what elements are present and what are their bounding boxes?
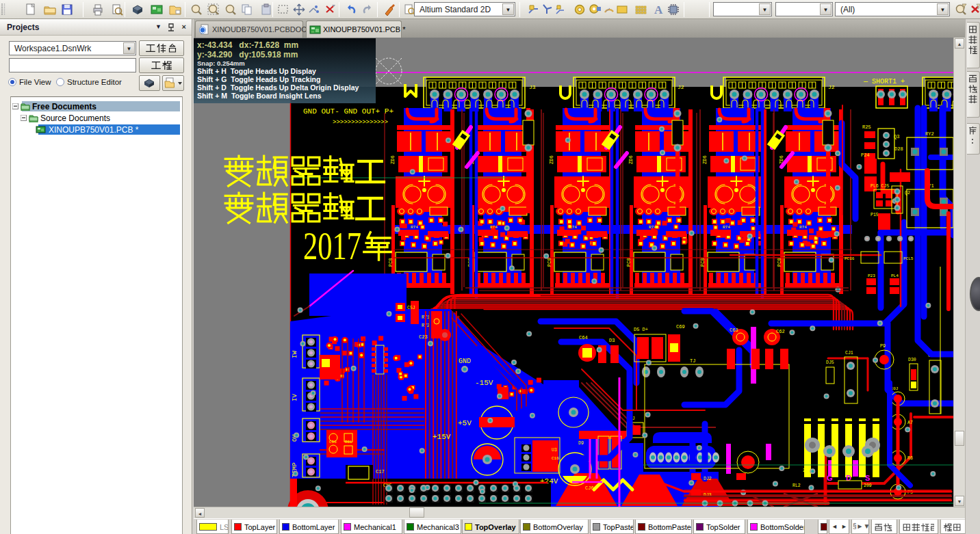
svg-text:IV: IV — [292, 394, 298, 401]
svg-text:C5J: C5J — [407, 306, 415, 310]
svg-text:C56: C56 — [329, 440, 337, 444]
svg-text:C69: C69 — [676, 324, 685, 330]
svg-text:G: G — [827, 474, 833, 482]
svg-text:R6: R6 — [907, 456, 913, 461]
svg-text:RL2: RL2 — [792, 483, 801, 488]
svg-text:PC8: PC8 — [626, 258, 632, 267]
svg-text:D30: D30 — [908, 358, 916, 362]
svg-text:C23: C23 — [419, 334, 428, 340]
svg-text:C16: C16 — [552, 456, 559, 461]
svg-text:PL6 CJ5: PL6 CJ5 — [871, 184, 889, 189]
svg-text:R25: R25 — [862, 124, 871, 130]
svg-text:R74: R74 — [411, 225, 418, 230]
svg-text:P24: P24 — [861, 152, 870, 158]
svg-text:A7: A7 — [907, 420, 913, 425]
svg-text:209: 209 — [864, 483, 872, 488]
svg-text:PC8: PC8 — [700, 258, 706, 267]
svg-text:2017: 2017 — [303, 225, 361, 267]
svg-text:J3: J3 — [529, 84, 536, 90]
svg-text:PCL5: PCL5 — [903, 256, 914, 261]
svg-text:ZD6: ZD6 — [628, 155, 634, 164]
svg-text:ZD6: ZD6 — [390, 155, 396, 164]
svg-text:A: A — [654, 3, 663, 16]
svg-text:+15V: +15V — [433, 433, 451, 441]
svg-text:R74: R74 — [490, 225, 498, 230]
svg-text:J2: J2 — [828, 84, 835, 90]
svg-text:D3: D3 — [609, 338, 615, 343]
svg-text:C63: C63 — [730, 328, 738, 333]
svg-text:TJ: TJ — [690, 358, 695, 364]
svg-text:GND OUT- GND OUT+ P+: GND OUT- GND OUT+ P+ — [303, 107, 394, 116]
svg-text:PC16: PC16 — [844, 256, 855, 261]
svg-text:C17: C17 — [376, 469, 385, 475]
svg-text:PC8: PC8 — [388, 258, 394, 267]
svg-text:PC8: PC8 — [777, 258, 782, 267]
svg-text:+5V: +5V — [458, 419, 472, 427]
svg-text:D5 D+: D5 D+ — [634, 327, 648, 332]
svg-text:C64: C64 — [579, 335, 588, 341]
svg-text:-15V: -15V — [475, 379, 493, 387]
svg-text:File View: File View — [19, 78, 51, 86]
svg-text:IW: IW — [292, 351, 298, 358]
svg-text:Q2: Q2 — [905, 191, 910, 196]
svg-text:J2: J2 — [678, 84, 684, 90]
svg-text:DJ5: DJ5 — [826, 360, 834, 365]
svg-text:D9: D9 — [578, 441, 584, 446]
svg-text:U3: U3 — [552, 448, 557, 453]
svg-text:R74: R74 — [569, 225, 577, 230]
svg-text:R74: R74 — [723, 225, 730, 230]
svg-text:RY2: RY2 — [925, 131, 934, 137]
svg-text:CJ6: CJ6 — [585, 485, 594, 491]
svg-text:PL4: PL4 — [891, 273, 899, 278]
svg-text:R74: R74 — [799, 225, 807, 230]
svg-text:DJ2: DJ2 — [704, 477, 712, 481]
svg-text:PC8: PC8 — [547, 258, 552, 267]
svg-text:ZD6: ZD6 — [549, 155, 554, 164]
svg-text:S: S — [865, 474, 870, 482]
svg-text:ZD6: ZD6 — [702, 155, 708, 164]
svg-text:206: 206 — [803, 468, 811, 473]
svg-text:P15: P15 — [871, 213, 879, 217]
svg-text:R74: R74 — [649, 225, 656, 230]
svg-text:R6L: R6L — [345, 440, 352, 444]
svg-text:CJ1: CJ1 — [845, 351, 853, 356]
svg-text:Q3: Q3 — [894, 134, 899, 139]
svg-text:D28: D28 — [894, 146, 903, 152]
svg-text:— SHORT1 +: — SHORT1 + — [863, 78, 905, 85]
svg-text:>>>>>>>>>>>>>>>: >>>>>>>>>>>>>>> — [333, 119, 388, 126]
svg-text:+24V: +24V — [540, 477, 558, 485]
svg-text:GND: GND — [459, 358, 471, 365]
svg-text:P23: P23 — [868, 273, 875, 278]
svg-text:Structure Editor: Structure Editor — [67, 78, 122, 86]
svg-text:C62: C62 — [776, 329, 785, 334]
svg-text:P9: P9 — [880, 344, 886, 349]
